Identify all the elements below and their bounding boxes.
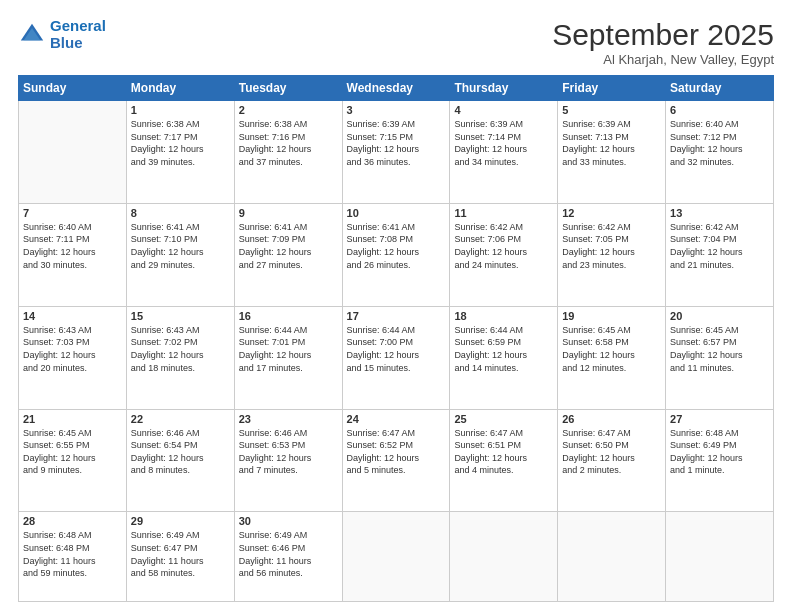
day-number: 15	[131, 310, 230, 322]
day-info: Sunrise: 6:42 AM Sunset: 7:04 PM Dayligh…	[670, 221, 769, 271]
day-number: 6	[670, 104, 769, 116]
day-number: 28	[23, 515, 122, 527]
calendar-week-row: 1Sunrise: 6:38 AM Sunset: 7:17 PM Daylig…	[19, 101, 774, 204]
calendar-cell	[342, 512, 450, 602]
calendar-cell: 21Sunrise: 6:45 AM Sunset: 6:55 PM Dayli…	[19, 409, 127, 512]
day-info: Sunrise: 6:41 AM Sunset: 7:09 PM Dayligh…	[239, 221, 338, 271]
header: General Blue September 2025 Al Kharjah, …	[18, 18, 774, 67]
day-number: 5	[562, 104, 661, 116]
calendar-cell: 19Sunrise: 6:45 AM Sunset: 6:58 PM Dayli…	[558, 306, 666, 409]
day-info: Sunrise: 6:44 AM Sunset: 7:00 PM Dayligh…	[347, 324, 446, 374]
logo-icon	[18, 21, 46, 49]
calendar-cell: 15Sunrise: 6:43 AM Sunset: 7:02 PM Dayli…	[126, 306, 234, 409]
calendar-cell	[666, 512, 774, 602]
calendar-cell: 14Sunrise: 6:43 AM Sunset: 7:03 PM Dayli…	[19, 306, 127, 409]
day-info: Sunrise: 6:47 AM Sunset: 6:50 PM Dayligh…	[562, 427, 661, 477]
logo-general: General	[50, 17, 106, 34]
calendar-cell: 7Sunrise: 6:40 AM Sunset: 7:11 PM Daylig…	[19, 203, 127, 306]
day-info: Sunrise: 6:49 AM Sunset: 6:46 PM Dayligh…	[239, 529, 338, 579]
calendar-cell: 12Sunrise: 6:42 AM Sunset: 7:05 PM Dayli…	[558, 203, 666, 306]
day-info: Sunrise: 6:41 AM Sunset: 7:08 PM Dayligh…	[347, 221, 446, 271]
calendar-cell: 16Sunrise: 6:44 AM Sunset: 7:01 PM Dayli…	[234, 306, 342, 409]
calendar-week-row: 28Sunrise: 6:48 AM Sunset: 6:48 PM Dayli…	[19, 512, 774, 602]
day-info: Sunrise: 6:48 AM Sunset: 6:48 PM Dayligh…	[23, 529, 122, 579]
day-number: 19	[562, 310, 661, 322]
day-info: Sunrise: 6:38 AM Sunset: 7:16 PM Dayligh…	[239, 118, 338, 168]
location: Al Kharjah, New Valley, Egypt	[552, 52, 774, 67]
day-number: 25	[454, 413, 553, 425]
day-info: Sunrise: 6:40 AM Sunset: 7:11 PM Dayligh…	[23, 221, 122, 271]
day-number: 13	[670, 207, 769, 219]
calendar-cell: 13Sunrise: 6:42 AM Sunset: 7:04 PM Dayli…	[666, 203, 774, 306]
calendar-cell: 5Sunrise: 6:39 AM Sunset: 7:13 PM Daylig…	[558, 101, 666, 204]
calendar-cell: 23Sunrise: 6:46 AM Sunset: 6:53 PM Dayli…	[234, 409, 342, 512]
day-info: Sunrise: 6:47 AM Sunset: 6:52 PM Dayligh…	[347, 427, 446, 477]
calendar-cell: 29Sunrise: 6:49 AM Sunset: 6:47 PM Dayli…	[126, 512, 234, 602]
calendar-table: SundayMondayTuesdayWednesdayThursdayFrid…	[18, 75, 774, 602]
day-info: Sunrise: 6:39 AM Sunset: 7:14 PM Dayligh…	[454, 118, 553, 168]
calendar-cell: 22Sunrise: 6:46 AM Sunset: 6:54 PM Dayli…	[126, 409, 234, 512]
day-info: Sunrise: 6:48 AM Sunset: 6:49 PM Dayligh…	[670, 427, 769, 477]
logo-text: General Blue	[50, 18, 106, 51]
day-number: 16	[239, 310, 338, 322]
weekday-header: Saturday	[666, 76, 774, 101]
calendar-cell: 8Sunrise: 6:41 AM Sunset: 7:10 PM Daylig…	[126, 203, 234, 306]
calendar-cell: 11Sunrise: 6:42 AM Sunset: 7:06 PM Dayli…	[450, 203, 558, 306]
page: General Blue September 2025 Al Kharjah, …	[0, 0, 792, 612]
calendar-cell: 4Sunrise: 6:39 AM Sunset: 7:14 PM Daylig…	[450, 101, 558, 204]
logo-blue: Blue	[50, 34, 83, 51]
day-number: 29	[131, 515, 230, 527]
calendar-cell: 24Sunrise: 6:47 AM Sunset: 6:52 PM Dayli…	[342, 409, 450, 512]
calendar-cell: 9Sunrise: 6:41 AM Sunset: 7:09 PM Daylig…	[234, 203, 342, 306]
calendar-cell: 6Sunrise: 6:40 AM Sunset: 7:12 PM Daylig…	[666, 101, 774, 204]
weekday-header: Thursday	[450, 76, 558, 101]
day-info: Sunrise: 6:46 AM Sunset: 6:54 PM Dayligh…	[131, 427, 230, 477]
day-number: 3	[347, 104, 446, 116]
day-info: Sunrise: 6:40 AM Sunset: 7:12 PM Dayligh…	[670, 118, 769, 168]
day-number: 17	[347, 310, 446, 322]
calendar-cell: 20Sunrise: 6:45 AM Sunset: 6:57 PM Dayli…	[666, 306, 774, 409]
day-number: 21	[23, 413, 122, 425]
weekday-header: Wednesday	[342, 76, 450, 101]
day-info: Sunrise: 6:43 AM Sunset: 7:03 PM Dayligh…	[23, 324, 122, 374]
weekday-header: Sunday	[19, 76, 127, 101]
day-number: 14	[23, 310, 122, 322]
day-info: Sunrise: 6:45 AM Sunset: 6:57 PM Dayligh…	[670, 324, 769, 374]
calendar-cell: 2Sunrise: 6:38 AM Sunset: 7:16 PM Daylig…	[234, 101, 342, 204]
day-number: 9	[239, 207, 338, 219]
day-number: 24	[347, 413, 446, 425]
calendar-cell: 17Sunrise: 6:44 AM Sunset: 7:00 PM Dayli…	[342, 306, 450, 409]
weekday-header: Monday	[126, 76, 234, 101]
day-info: Sunrise: 6:45 AM Sunset: 6:58 PM Dayligh…	[562, 324, 661, 374]
weekday-header: Tuesday	[234, 76, 342, 101]
calendar-cell: 3Sunrise: 6:39 AM Sunset: 7:15 PM Daylig…	[342, 101, 450, 204]
calendar-cell	[558, 512, 666, 602]
day-number: 27	[670, 413, 769, 425]
day-info: Sunrise: 6:38 AM Sunset: 7:17 PM Dayligh…	[131, 118, 230, 168]
day-number: 30	[239, 515, 338, 527]
calendar-header-row: SundayMondayTuesdayWednesdayThursdayFrid…	[19, 76, 774, 101]
month-title: September 2025	[552, 18, 774, 52]
day-info: Sunrise: 6:47 AM Sunset: 6:51 PM Dayligh…	[454, 427, 553, 477]
day-number: 7	[23, 207, 122, 219]
day-info: Sunrise: 6:41 AM Sunset: 7:10 PM Dayligh…	[131, 221, 230, 271]
day-info: Sunrise: 6:39 AM Sunset: 7:13 PM Dayligh…	[562, 118, 661, 168]
day-number: 10	[347, 207, 446, 219]
day-number: 26	[562, 413, 661, 425]
calendar-cell	[19, 101, 127, 204]
day-number: 22	[131, 413, 230, 425]
calendar-cell: 1Sunrise: 6:38 AM Sunset: 7:17 PM Daylig…	[126, 101, 234, 204]
calendar-cell: 28Sunrise: 6:48 AM Sunset: 6:48 PM Dayli…	[19, 512, 127, 602]
calendar-cell: 30Sunrise: 6:49 AM Sunset: 6:46 PM Dayli…	[234, 512, 342, 602]
weekday-header: Friday	[558, 76, 666, 101]
day-number: 2	[239, 104, 338, 116]
day-number: 23	[239, 413, 338, 425]
calendar-cell: 27Sunrise: 6:48 AM Sunset: 6:49 PM Dayli…	[666, 409, 774, 512]
calendar-cell: 26Sunrise: 6:47 AM Sunset: 6:50 PM Dayli…	[558, 409, 666, 512]
day-number: 12	[562, 207, 661, 219]
day-number: 8	[131, 207, 230, 219]
day-info: Sunrise: 6:39 AM Sunset: 7:15 PM Dayligh…	[347, 118, 446, 168]
calendar-week-row: 21Sunrise: 6:45 AM Sunset: 6:55 PM Dayli…	[19, 409, 774, 512]
calendar-cell: 25Sunrise: 6:47 AM Sunset: 6:51 PM Dayli…	[450, 409, 558, 512]
day-number: 18	[454, 310, 553, 322]
